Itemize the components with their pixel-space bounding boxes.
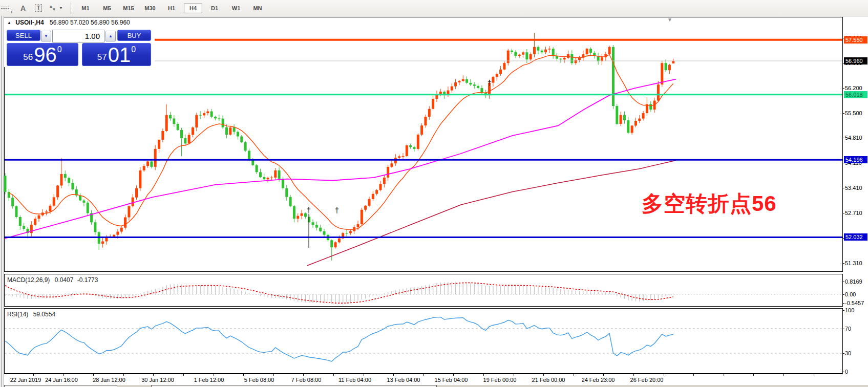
date-axis: 22 Jan 201924 Jan 16:0028 Jan 12:0030 Ja… [4, 374, 842, 385]
date-axis-label: 13 Feb 04:00 [387, 377, 420, 383]
volume-input[interactable] [52, 30, 104, 42]
macd-axis-tick: -0.5457 [845, 300, 867, 307]
rsi-axis-tick: 0 [845, 369, 867, 375]
price-line-label: 56.018 [844, 91, 867, 98]
buy-price-small: 57 [97, 52, 107, 62]
date-axis-label: 30 Jan 12:00 [141, 377, 174, 383]
dagger-marker: † [307, 206, 311, 214]
chart-shift-marker-icon: ▼ [667, 17, 672, 23]
date-axis-label: 1 Feb 12:00 [194, 377, 224, 383]
rsi-axis-tick: 70 [845, 326, 867, 332]
mt4-window: F A T ▲ ▼ ▼ M1M5M15M30H1H4D1W1MN ††† 57.… [0, 0, 868, 387]
date-axis-label: 15 Feb 04:00 [435, 377, 468, 383]
dagger-marker: † [335, 206, 339, 214]
buy-price-sup: 0 [131, 45, 136, 54]
macd-label: MACD(12,26,9) 0.0407 -0.1773 [7, 276, 98, 284]
one-click-trading-panel: ▲ USOil-,H4 56.890 57.020 56.890 56.960 … [4, 17, 155, 67]
date-axis-label: 26 Feb 20:00 [630, 377, 664, 383]
chart-text-annotation: 多空转折点56 [642, 189, 777, 218]
rsi-axis-tick: 100 [845, 307, 867, 314]
price-axis-tick: 54.810 [845, 135, 867, 141]
date-axis-label: 24 Jan 16:00 [45, 377, 78, 383]
date-axis-label: 7 Feb 08:00 [291, 377, 322, 383]
price-axis-tick: 53.410 [845, 185, 867, 191]
price-axis: 57.60056.90056.20055.50054.81054.11053.4… [843, 17, 868, 385]
rsi-line [5, 317, 673, 361]
price-line-label: 56.960 [844, 57, 867, 64]
date-axis-label: 24 Feb 23:00 [582, 377, 615, 383]
date-axis-label: 19 Feb 00:00 [483, 377, 517, 383]
dagger-marker: † [488, 78, 492, 87]
sell-price-box[interactable]: 56 96 0 [7, 43, 78, 66]
price-line-label: 57.550 [844, 36, 867, 44]
price-line-label: 52.032 [844, 233, 867, 241]
buy-button[interactable]: BUY [117, 30, 151, 41]
date-axis-label: 5 Feb 08:00 [244, 377, 274, 383]
date-axis-label: 21 Feb 00:00 [532, 377, 565, 383]
ohlc-readout: 56.890 57.020 56.890 56.960 [50, 19, 130, 26]
macd-histogram [5, 282, 673, 304]
volume-increase-button[interactable]: ▲ [105, 31, 116, 41]
chart-symbol-header: ▲ USOil-,H4 56.890 57.020 56.890 56.960 [7, 19, 130, 26]
rsi-label: RSI(14) 59.0554 [7, 311, 55, 318]
sell-price-sup: 0 [57, 45, 62, 54]
rsi-axis-tick: 30 [845, 350, 867, 357]
price-axis-tick: 52.710 [845, 210, 867, 217]
buy-price-box[interactable]: 57 01 0 [82, 43, 151, 66]
sell-price-small: 56 [23, 52, 33, 62]
buy-price-big: 01 [108, 45, 131, 65]
price-line-label: 54.196 [844, 156, 867, 163]
volume-decrease-button[interactable]: ▼ [41, 31, 51, 41]
bottom-panel-edge [4, 385, 117, 387]
date-axis-label: 11 Feb 04:00 [338, 377, 371, 383]
sell-button[interactable]: SELL [7, 30, 40, 41]
macd-axis-tick: 0.8169 [845, 278, 867, 285]
collapse-panel-icon[interactable]: ▲ [7, 20, 11, 25]
date-axis-label: 28 Jan 12:00 [93, 377, 125, 383]
sell-price-big: 96 [34, 45, 57, 65]
symbol-timeframe-label: USOil-,H4 [15, 19, 44, 26]
bottom-window-strip [4, 385, 868, 387]
price-axis-tick: 51.310 [845, 260, 867, 267]
price-axis-tick: 55.500 [845, 110, 867, 117]
bottom-panel-edge [151, 385, 437, 387]
macd-axis-tick: 0.00 [845, 291, 867, 298]
date-axis-label: 22 Jan 2019 [10, 377, 41, 383]
